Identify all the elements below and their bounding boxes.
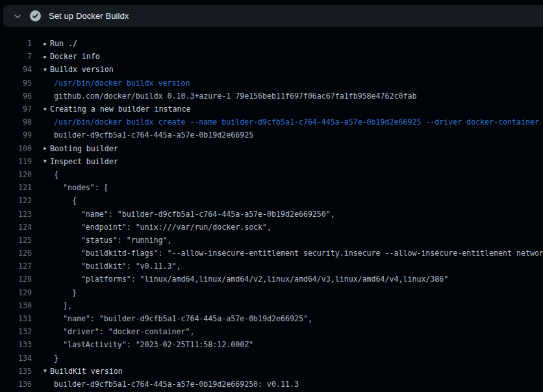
log-line-text: "buildkit": "v0.11.3", [54, 262, 181, 271]
line-number-link[interactable]: 134 [0, 354, 32, 363]
log-line-body: "name": "builder-d9cfb5a1-c764-445a-a57e… [54, 314, 312, 323]
log-line-text: "name": "builder-d9cfb5a1-c764-445a-a57e… [54, 210, 335, 219]
log-line-body: "endpoint": "unix:///var/run/docker.sock… [54, 223, 272, 232]
line-number-link[interactable]: 99 [0, 130, 32, 140]
group-toggle-icon[interactable]: ▼ [44, 106, 50, 112]
log-line-body: } [54, 354, 58, 363]
log-line-text: } [54, 354, 58, 363]
line-number-link[interactable]: 128 [0, 275, 32, 284]
line-number-link[interactable]: 100 [0, 144, 32, 153]
step-header[interactable]: Set up Docker Buildx [3, 5, 543, 27]
check-circle-icon [30, 10, 41, 21]
line-number-link[interactable]: 122 [0, 196, 32, 205]
log-line-body: /usr/bin/docker buildx version [54, 79, 190, 88]
log-line-body[interactable]: ▼ Inspect builder [44, 157, 118, 166]
log-line-text: "driver": "docker-container", [54, 327, 194, 336]
group-toggle-icon[interactable]: ▶ [44, 41, 50, 47]
log-viewer: 1 ▶ Run ./ 7 ▶ Docker info 94 ▼ Buildx v… [0, 27, 543, 391]
line-number-link[interactable]: 124 [0, 223, 32, 232]
line-number-link[interactable]: 131 [0, 314, 32, 323]
line-number-link[interactable]: 126 [0, 249, 32, 258]
log-line-body[interactable]: ▼ Buildx version [44, 65, 114, 74]
log-line-text: Inspect builder [50, 157, 118, 166]
log-line-text: { [54, 170, 58, 179]
log-line-text: } [54, 288, 77, 297]
log-line-body: "name": "builder-d9cfb5a1-c764-445a-a57e… [54, 210, 335, 219]
chevron-down-icon[interactable] [12, 11, 23, 21]
log-line-body: } [54, 288, 77, 297]
log-line-text: Buildx version [50, 65, 114, 74]
line-number-link[interactable]: 133 [0, 340, 32, 349]
log-line-text: "lastActivity": "2023-02-25T11:58:12.000… [54, 340, 253, 349]
log-line: 94 ▼ Buildx version [0, 63, 543, 76]
log-line-text: "status": "running", [54, 236, 171, 245]
log-line-text: "buildkitd-flags": "--allow-insecure-ent… [54, 249, 543, 258]
line-number-link[interactable]: 130 [0, 301, 32, 310]
log-line-body[interactable]: ▶ Booting builder [44, 144, 118, 153]
line-number-link[interactable]: 1 [0, 39, 32, 48]
log-line-body[interactable]: ▼ Creating a new builder instance [44, 104, 190, 114]
log-line-text: "name": "builder-d9cfb5a1-c764-445a-a57e… [54, 314, 312, 323]
log-line: 97 ▼ Creating a new builder instance [0, 103, 543, 116]
group-toggle-icon[interactable]: ▼ [44, 368, 50, 374]
line-number-link[interactable]: 97 [0, 104, 32, 114]
line-number-link[interactable]: 127 [0, 262, 32, 271]
log-line-body: builder-d9cfb5a1-c764-445a-a57e-0b19d2e6… [54, 130, 253, 140]
log-line: 123 "name": "builder-d9cfb5a1-c764-445a-… [0, 207, 543, 220]
line-number-link[interactable]: 129 [0, 288, 32, 297]
log-line: 126 "buildkitd-flags": "--allow-insecure… [0, 247, 543, 260]
line-number-link[interactable]: 121 [0, 183, 32, 192]
log-line-body: "buildkitd-flags": "--allow-insecure-ent… [54, 249, 543, 258]
log-line: 120 { [0, 168, 543, 181]
line-number-link[interactable]: 135 [0, 367, 32, 376]
line-number-link[interactable]: 95 [0, 79, 32, 88]
log-line-text: Run ./ [50, 39, 77, 48]
log-line: 129 } [0, 286, 543, 299]
line-number-link[interactable]: 136 [0, 380, 32, 389]
log-line: 125 "status": "running", [0, 234, 543, 247]
log-line: 131 "name": "builder-d9cfb5a1-c764-445a-… [0, 312, 543, 325]
log-line: 122 { [0, 194, 543, 207]
log-line: 119 ▼ Inspect builder [0, 155, 543, 168]
log-line-text: /usr/bin/docker buildx create --name bui… [54, 117, 539, 127]
log-line-text: "nodes": [ [54, 183, 108, 192]
line-number-link[interactable]: 119 [0, 157, 32, 166]
log-line-body: builder-d9cfb5a1-c764-445a-a57e-0b19d2e6… [54, 380, 299, 389]
log-line-body: "lastActivity": "2023-02-25T11:58:12.000… [54, 340, 253, 349]
log-line-body[interactable]: ▼ BuildKit version [44, 367, 123, 376]
line-number-link[interactable]: 7 [0, 52, 32, 61]
log-line-body: { [54, 196, 77, 205]
group-toggle-icon[interactable]: ▶ [44, 54, 50, 60]
log-line: 124 "endpoint": "unix:///var/run/docker.… [0, 221, 543, 234]
log-line-body: "status": "running", [54, 236, 171, 245]
log-line-body[interactable]: ▶ Run ./ [44, 39, 77, 48]
log-line: 99 builder-d9cfb5a1-c764-445a-a57e-0b19d… [0, 129, 543, 141]
log-line-text: "platforms": "linux/amd64,linux/amd64/v2… [54, 275, 448, 284]
group-toggle-icon[interactable]: ▼ [44, 67, 50, 73]
line-number-link[interactable]: 132 [0, 327, 32, 336]
line-number-link[interactable]: 125 [0, 236, 32, 245]
log-line-text: builder-d9cfb5a1-c764-445a-a57e-0b19d2e6… [54, 130, 253, 140]
log-line: 95 /usr/bin/docker buildx version [0, 77, 543, 90]
line-number-link[interactable]: 120 [0, 170, 32, 179]
line-number-link[interactable]: 123 [0, 210, 32, 219]
log-line-body: "platforms": "linux/amd64,linux/amd64/v2… [54, 275, 448, 284]
log-line-body: "buildkit": "v0.11.3", [54, 262, 181, 271]
line-number-link[interactable]: 96 [0, 92, 32, 101]
log-line-body[interactable]: ▶ Docker info [44, 52, 100, 61]
log-line-text: ], [54, 301, 72, 310]
group-toggle-icon[interactable]: ▶ [44, 145, 50, 151]
log-line-text: github.com/docker/buildx 0.10.3+azure-1 … [54, 92, 416, 101]
log-line: 100 ▶ Booting builder [0, 142, 543, 155]
log-line: 134 } [0, 352, 543, 365]
log-line-text: builder-d9cfb5a1-c764-445a-a57e-0b19d2e6… [54, 380, 299, 389]
group-toggle-icon[interactable]: ▼ [44, 158, 50, 164]
line-number-link[interactable]: 94 [0, 65, 32, 74]
log-line: 135 ▼ BuildKit version [0, 365, 543, 378]
log-line-text: Docker info [50, 52, 100, 61]
log-line-text: Creating a new builder instance [50, 104, 190, 114]
line-number-link[interactable]: 98 [0, 117, 32, 127]
step-title: Set up Docker Buildx [49, 11, 129, 21]
log-line: 1 ▶ Run ./ [0, 37, 543, 50]
log-line-body: /usr/bin/docker buildx create --name bui… [54, 117, 539, 127]
